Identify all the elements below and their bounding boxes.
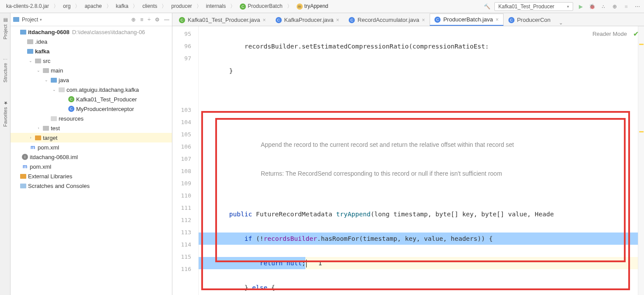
locate-icon[interactable]: ⊕ [131,17,136,23]
crumb-method[interactable]: mtryAppend [293,2,332,10]
project-tool-button[interactable]: Project ▤ [2,17,8,39]
tree-src[interactable]: ⌄src [10,56,172,66]
crumb-org[interactable]: org [60,2,74,10]
tree-root[interactable]: itdachang-0608D:\idea\classes\itdachang-… [10,27,172,37]
tab-producerbatch[interactable]: CProducerBatch.java× [430,14,503,26]
tree-target[interactable]: ›target [10,133,172,142]
crumb-clients[interactable]: clients [139,2,161,10]
tool-window-stripe-left: Project ▤ Structure ⋮ Favorites ★ [0,13,10,295]
tree-pom1[interactable]: mpom.xml [10,142,172,152]
tree-ext-lib[interactable]: External Libraries [10,171,172,181]
tree-iml[interactable]: iitdachang-0608.iml [10,152,172,162]
expand-icon[interactable]: ≡ [140,17,143,23]
more-icon[interactable]: ⋯ [634,3,641,10]
settings-icon[interactable]: ⚙ [155,17,160,23]
project-panel-title[interactable]: Project ▾ [13,17,42,23]
tree-pkg[interactable]: ⌄com.atguigu.itdachang.kafka [10,85,172,94]
crumb-jar[interactable]: ka-clients-2.8.0.jar [3,2,52,10]
editor-tabs: CKafka01_Test_Producer.java× CKafkaProdu… [172,13,644,26]
more-tabs-dropdown[interactable]: ⌄ [555,20,567,26]
crumb-kafka[interactable]: kafka [112,2,132,10]
check-icon: ✔ [633,30,639,38]
tree-scratch[interactable]: Scratches and Consoles [10,181,172,191]
tree-file1[interactable]: CKafka01_Test_Producer [10,94,172,104]
structure-tool-button[interactable]: Structure ⋮ [2,57,8,83]
close-icon[interactable]: × [496,17,499,23]
tree-file2[interactable]: CMyProducerInterceptor [10,104,172,114]
tree-kafka[interactable]: kafka [10,46,172,56]
crumb-internals[interactable]: internals [203,2,229,10]
project-panel: Project ▾ ⊕ ≡ ÷ ⚙ — itdachang-0608D:\ide… [10,13,172,295]
tab-recordaccumulator[interactable]: CRecordAccumulator.java× [344,14,430,26]
reader-mode-toggle[interactable]: Reader Mode✔ [592,30,639,38]
breadcrumb: ka-clients-2.8.0.jar〉 org〉 apache〉 kafka… [3,2,479,10]
stop-icon[interactable]: ■ [622,3,630,10]
tree-test[interactable]: ›test [10,123,172,133]
tab-kafka01[interactable]: CKafka01_Test_Producer.java× [174,14,271,26]
collapse-icon[interactable]: ÷ [147,17,150,23]
crumb-producer[interactable]: producer [168,2,195,10]
crumb-apache[interactable]: apache [81,2,105,10]
code-editor[interactable]: 95 96 97 103 104 105 106 107 108 109 110… [172,26,644,295]
profiler-icon[interactable]: ⊕ [611,3,619,10]
coverage-icon[interactable]: ⛬ [599,3,607,10]
close-icon[interactable]: × [422,17,425,23]
close-icon[interactable]: × [263,17,266,23]
hammer-icon[interactable]: 🔨 [483,3,491,10]
debug-icon[interactable]: 🐞 [588,3,596,10]
tree-java[interactable]: ⌄java [10,75,172,85]
line-gutter: 95 96 97 103 104 105 106 107 108 109 110… [172,26,199,295]
run-config-dropdown[interactable]: Kafka01_Test_Producer ▾ [494,2,573,11]
javadoc-block: Append the record to the current record … [216,118,644,192]
hide-icon[interactable]: — [164,17,169,23]
tree-main[interactable]: ⌄main [10,66,172,75]
close-icon[interactable]: × [336,17,339,23]
run-icon[interactable]: ▶ [577,3,584,10]
tab-producercon[interactable]: CProducerCon [504,14,556,26]
project-panel-header: Project ▾ ⊕ ≡ ÷ ⚙ — [10,13,172,26]
run-toolbar: 🔨 Kafka01_Test_Producer ▾ ▶ 🐞 ⛬ ⊕ ■ ⋯ [483,2,641,11]
tree-resources[interactable]: resources [10,114,172,123]
top-navigation: ka-clients-2.8.0.jar〉 org〉 apache〉 kafka… [0,0,644,13]
tab-kafkaproducer[interactable]: CKafkaProducer.java× [271,14,344,26]
crumb-class[interactable]: CProducerBatch [236,2,286,10]
project-tree[interactable]: itdachang-0608D:\idea\classes\itdachang-… [10,26,172,295]
favorites-tool-button[interactable]: Favorites ★ [2,100,8,127]
editor-area: CKafka01_Test_Producer.java× CKafkaProdu… [172,13,644,295]
tree-pom2[interactable]: mpom.xml [10,162,172,171]
tree-idea[interactable]: .idea [10,37,172,46]
text-cursor [306,260,307,267]
code-content[interactable]: recordsBuilder.setEstimatedCompressionRa… [199,26,644,295]
error-stripe[interactable] [638,26,644,295]
